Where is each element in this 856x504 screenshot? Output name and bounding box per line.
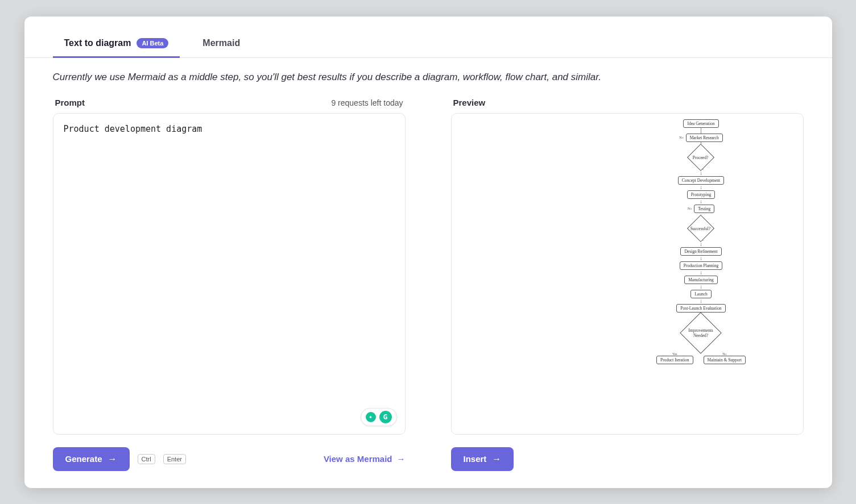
prompt-footer: Generate → Ctrl Enter View as Mermaid → xyxy=(53,435,406,471)
node-launch: Launch xyxy=(690,290,712,298)
edge-yes-label: Yes xyxy=(672,352,677,356)
hint-text: Currently we use Mermaid as a middle ste… xyxy=(24,58,832,89)
arrow-down-icon: ↓ xyxy=(700,270,702,276)
node-postlaunch: Post-Launch Evaluation xyxy=(676,304,725,313)
arrow-down-icon: ↓ xyxy=(700,170,702,176)
arrow-down-icon: ↓ xyxy=(700,241,702,247)
node-proceed: Proceed? xyxy=(687,143,714,170)
generate-label: Generate xyxy=(65,454,102,464)
node-concept: Concept Development xyxy=(678,176,724,185)
node-research: Market Research xyxy=(686,134,723,142)
node-proto: Prototyping xyxy=(687,190,715,199)
grammarly-widget[interactable]: ✦ G xyxy=(361,408,397,426)
arrow-right-icon: → xyxy=(397,454,406,464)
tab-label: Text to diagram xyxy=(64,38,131,48)
arrow-down-icon: │ xyxy=(699,128,703,134)
view-as-mermaid-button[interactable]: View as Mermaid → xyxy=(324,454,406,464)
ai-beta-badge: AI Beta xyxy=(137,38,168,48)
preview-label: Preview xyxy=(453,98,486,107)
arrow-down-icon: ↓ xyxy=(700,298,702,304)
kbd-enter: Enter xyxy=(163,454,186,464)
prompt-header: Prompt 9 requests left today xyxy=(53,94,406,113)
prompt-value: Product development diagram xyxy=(64,124,395,134)
arrow-right-icon: → xyxy=(108,454,117,464)
node-planning: Production Planning xyxy=(680,261,722,270)
requests-left: 9 requests left today xyxy=(331,98,403,107)
preview-header: Preview xyxy=(451,94,804,113)
arrow-right-icon: → xyxy=(492,454,501,464)
edge-no-label: No xyxy=(688,207,692,210)
insert-label: Insert xyxy=(464,454,487,464)
arrow-down-icon: ↓ xyxy=(700,199,702,205)
arrow-down-icon: ↓ xyxy=(700,284,702,290)
grammarly-tone-icon: ✦ xyxy=(366,412,376,422)
prompt-column: Prompt 9 requests left today Product dev… xyxy=(53,94,406,471)
node-idea: Idea Generation xyxy=(683,119,718,128)
view-mermaid-label: View as Mermaid xyxy=(324,454,392,464)
tab-label: Mermaid xyxy=(202,38,240,48)
arrow-down-icon: ↓ xyxy=(700,256,702,261)
content-area: Prompt 9 requests left today Product dev… xyxy=(24,89,832,488)
prompt-label: Prompt xyxy=(55,98,85,107)
preview-column: Preview Idea Generation │ No Market Rese… xyxy=(451,94,804,471)
preview-footer: Insert → xyxy=(451,435,804,471)
edge-no-label: No xyxy=(722,352,726,356)
tab-text-to-diagram[interactable]: Text to diagram AI Beta xyxy=(53,34,180,58)
node-improve: Improvements Needed? xyxy=(680,312,722,354)
generate-button[interactable]: Generate → xyxy=(53,447,130,471)
node-refine: Design Refinement xyxy=(680,247,721,256)
kbd-ctrl: Ctrl xyxy=(138,454,155,464)
text-to-diagram-modal: Text to diagram AI Beta Mermaid Currentl… xyxy=(24,16,832,488)
edge-no-label: No xyxy=(679,136,683,139)
flowchart: Idea Generation │ No Market Research │ P… xyxy=(656,119,746,364)
node-testing: Testing xyxy=(694,205,714,213)
grammarly-icon: G xyxy=(379,411,392,423)
node-maintain: Maintain & Support xyxy=(704,356,746,364)
tab-mermaid[interactable]: Mermaid xyxy=(191,34,251,58)
arrow-down-icon: ↓ xyxy=(700,185,702,190)
node-iteration: Product Iteration xyxy=(656,356,693,364)
node-manufacturing: Manufacturing xyxy=(684,276,718,284)
node-success: Successful? xyxy=(687,214,714,241)
tab-bar: Text to diagram AI Beta Mermaid xyxy=(24,16,832,58)
insert-button[interactable]: Insert → xyxy=(451,447,514,471)
preview-canvas[interactable]: Idea Generation │ No Market Research │ P… xyxy=(451,113,804,435)
prompt-input[interactable]: Product development diagram ✦ G xyxy=(53,113,406,435)
